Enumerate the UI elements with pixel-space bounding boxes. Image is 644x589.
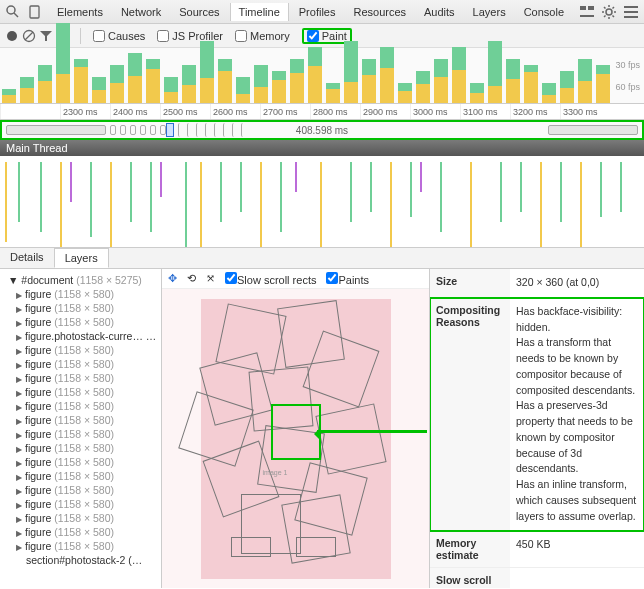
tree-row[interactable]: ▶figure (1158 × 580) [2, 469, 159, 483]
tree-row[interactable]: ▶figure (1158 × 580) [2, 357, 159, 371]
tree-row[interactable]: ▶figure (1158 × 580) [2, 385, 159, 399]
prop-comp-val: Has backface-visibility: hidden. Has a t… [510, 298, 644, 531]
svg-line-12 [613, 15, 615, 17]
fps-60-label: 60 fps [615, 76, 640, 98]
tab-network[interactable]: Network [113, 3, 169, 21]
slow-rects-checkbox[interactable]: Slow scroll rects [225, 272, 316, 286]
tree-row[interactable]: ▶figure (1158 × 580) [2, 427, 159, 441]
overview-time-label: 408.598 ms [2, 125, 642, 136]
dtab-layers[interactable]: Layers [54, 248, 109, 268]
prop-scroll-val [510, 568, 644, 588]
svg-line-13 [604, 15, 606, 17]
time-ruler: 2300 ms2400 ms2500 ms2600 ms2700 ms2800 … [0, 104, 644, 120]
gear-icon[interactable] [602, 5, 616, 19]
memory-checkbox[interactable]: Memory [235, 30, 290, 42]
tab-layers[interactable]: Layers [465, 3, 514, 21]
svg-line-14 [613, 7, 615, 9]
pan-icon[interactable]: ✥ [168, 272, 177, 285]
prop-mem-val: 450 KB [510, 531, 644, 567]
device-icon[interactable] [28, 5, 42, 19]
search-icon[interactable] [6, 5, 20, 19]
tree-row[interactable]: ▶figure (1158 × 580) [2, 511, 159, 525]
svg-line-20 [25, 32, 33, 40]
memory-label: Memory [250, 30, 290, 42]
tree-row[interactable]: ▶figure.photostack-curre… (1158 × 580) [2, 329, 159, 343]
tree-row[interactable]: ▶figure (1158 × 580) [2, 343, 159, 357]
causes-checkbox[interactable]: Causes [93, 30, 145, 42]
paints-checkbox[interactable]: Paints [326, 272, 369, 286]
tree-row[interactable]: ▶figure (1158 × 580) [2, 497, 159, 511]
layer-canvas[interactable]: const sq=[[20,10,12],[80,5,-8],[5,60,-15… [162, 289, 429, 588]
rotate-icon[interactable]: ⟲ [187, 272, 196, 285]
clear-icon[interactable] [22, 29, 36, 43]
layer-stage: const sq=[[20,10,12],[80,5,-8],[5,60,-15… [201, 299, 391, 579]
layer-properties: Size320 × 360 (at 0,0) Compositing Reaso… [429, 269, 644, 588]
svg-line-11 [604, 7, 606, 9]
tree-row[interactable]: ▶figure (1158 × 580) [2, 483, 159, 497]
tree-row[interactable]: ▶figure (1158 × 580) [2, 315, 159, 329]
slow-rects-label: Slow scroll rects [237, 274, 316, 286]
paints-label: Paints [338, 274, 369, 286]
tree-row[interactable]: ▶figure (1158 × 580) [2, 371, 159, 385]
tab-console[interactable]: Console [516, 3, 572, 21]
svg-line-1 [14, 13, 18, 17]
fps-chart[interactable]: 30 fps60 fps document.write(Array.from({… [0, 48, 644, 104]
devtools-tabs: Elements Network Sources Timeline Profil… [49, 3, 572, 21]
svg-rect-3 [580, 6, 586, 10]
tab-audits[interactable]: Audits [416, 3, 463, 21]
svg-point-18 [7, 31, 17, 41]
tree-root[interactable]: ▼ #document (1158 × 5275) [2, 273, 159, 287]
flame-chart[interactable]: const cols=[["y",5,80],["g",18,60],["g",… [0, 156, 644, 248]
causes-label: Causes [108, 30, 145, 42]
jsprofiler-checkbox[interactable]: JS Profiler [157, 30, 223, 42]
tree-row[interactable]: ▶figure (1158 × 580) [2, 455, 159, 469]
prop-mem-key: Memory estimate [430, 531, 510, 567]
menu-icon[interactable] [624, 5, 638, 19]
svg-rect-4 [588, 6, 594, 10]
tree-row[interactable]: ▶figure (1158 × 580) [2, 301, 159, 315]
fps-30-label: 30 fps [615, 54, 640, 76]
stage-label: image 1 [263, 469, 288, 476]
annotation-arrow [317, 430, 427, 433]
subbar-sep [80, 28, 81, 44]
layer-tree[interactable]: ▼ #document (1158 × 5275) const d=JSON.p… [0, 269, 162, 588]
drawer-icon[interactable] [580, 5, 594, 19]
svg-point-0 [7, 6, 15, 14]
tree-row[interactable]: ▶figure (1158 × 580) [2, 441, 159, 455]
jsprofiler-label: JS Profiler [172, 30, 223, 42]
tree-row[interactable]: ▶figure (1158 × 580) [2, 287, 159, 301]
tab-sources[interactable]: Sources [171, 3, 227, 21]
record-icon[interactable] [6, 30, 18, 42]
tab-timeline[interactable]: Timeline [230, 3, 289, 21]
dtab-details[interactable]: Details [0, 248, 54, 268]
tree-row[interactable]: ▶figure (1158 × 580) [2, 399, 159, 413]
tab-profiles[interactable]: Profiles [291, 3, 344, 21]
filter-icon[interactable] [40, 30, 52, 42]
thread-header: Main Thread [0, 140, 644, 156]
prop-size-key: Size [430, 269, 510, 297]
tab-elements[interactable]: Elements [49, 3, 111, 21]
paint-label: Paint [322, 30, 347, 42]
tree-row[interactable]: ▶figure (1158 × 580) [2, 413, 159, 427]
tree-row[interactable]: ▶figure (1158 × 580) [2, 525, 159, 539]
svg-rect-2 [30, 6, 39, 18]
prop-comp-key: Compositing Reasons [430, 298, 510, 531]
prop-scroll-key: Slow scroll regions [430, 568, 510, 588]
reset-icon[interactable]: ⤧ [206, 272, 215, 285]
overview-bar[interactable]: document.write(Array.from({length:6},()=… [0, 120, 644, 140]
svg-marker-21 [40, 31, 52, 41]
tree-row[interactable]: ▶figure (1158 × 580) [2, 539, 159, 553]
prop-size-val: 320 × 360 (at 0,0) [510, 269, 644, 297]
tab-resources[interactable]: Resources [345, 3, 414, 21]
tree-row-last[interactable]: section#photostack-2 (… [2, 553, 159, 567]
svg-point-6 [606, 9, 612, 15]
